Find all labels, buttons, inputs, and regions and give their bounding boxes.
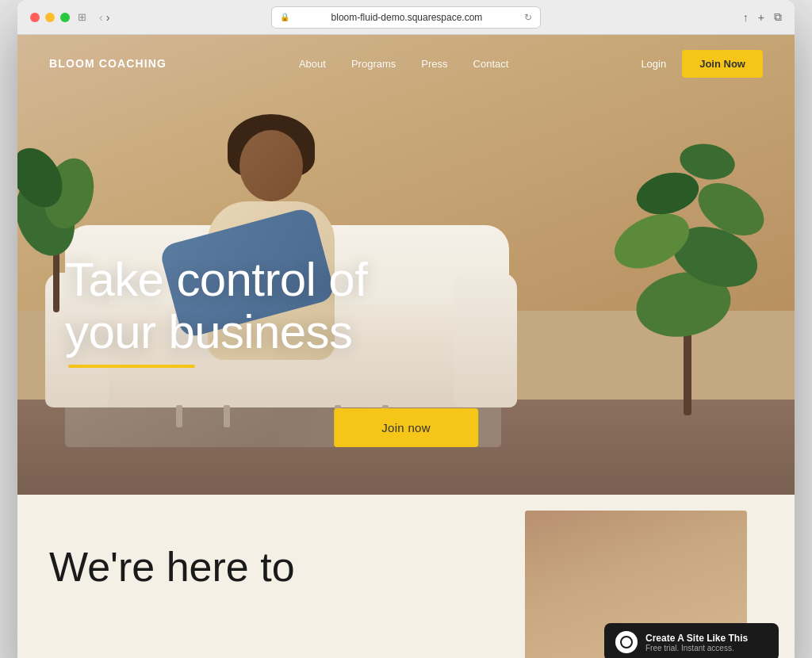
sidebar-toggle-icon[interactable]: ⊞ [78,11,86,23]
squarespace-logo [615,631,638,653]
squarespace-logo-mark [620,636,633,648]
below-hero-section: We're here to Create A Site Like This Fr… [17,495,795,658]
badge-text: Create A Site Like This Free trial. Inst… [645,633,748,652]
person-head [239,130,303,201]
share-icon[interactable]: ↑ [743,11,749,24]
login-link[interactable]: Login [641,58,666,70]
minimize-button[interactable] [45,13,55,22]
window-controls: ⊞ ‹ › [30,11,109,24]
join-now-nav-button[interactable]: Join Now [682,50,763,78]
maximize-button[interactable] [60,13,70,22]
back-arrow: ‹ [99,11,103,24]
new-tab-icon[interactable]: + [758,11,764,24]
hero-section: BLOOM COACHING About Programs Press Cont… [17,35,795,495]
site-nav: BLOOM COACHING About Programs Press Cont… [17,35,795,92]
titlebar-right: ↑ + ⧉ [743,10,782,24]
nav-contact[interactable]: Contact [473,58,509,70]
hero-content: Take control of your business [65,254,367,368]
copy-icon[interactable]: ⧉ [774,10,782,24]
site-content: BLOOM COACHING About Programs Press Cont… [17,35,795,658]
address-bar[interactable]: 🔒 bloom-fluid-demo.squarespace.com ↻ [271,6,541,29]
squarespace-badge[interactable]: Create A Site Like This Free trial. Inst… [604,623,779,658]
hero-headline: Take control of your business [65,254,367,358]
nav-about[interactable]: About [299,58,326,70]
brand-logo[interactable]: BLOOM COACHING [49,57,167,70]
lock-icon: 🔒 [280,13,289,21]
titlebar: ⊞ ‹ › 🔒 bloom-fluid-demo.squarespace.com… [17,0,795,35]
sofa-leg [224,405,230,427]
sofa-leg [176,405,182,427]
mac-window: ⊞ ‹ › 🔒 bloom-fluid-demo.squarespace.com… [17,0,795,658]
nav-arrows: ‹ › [99,11,109,24]
nav-right: Login Join Now [641,50,763,78]
sofa-arm-right [454,273,517,407]
badge-subtitle: Free trial. Instant access. [645,644,748,652]
hero-cta-wrap: Join now [334,408,478,447]
url-text: bloom-fluid-demo.squarespace.com [294,12,519,23]
plant-right [604,82,779,415]
forward-arrow[interactable]: › [106,11,110,24]
nav-links: About Programs Press Contact [299,58,508,70]
close-button[interactable] [30,13,40,22]
badge-title: Create A Site Like This [645,633,748,644]
traffic-lights [30,13,70,22]
join-now-hero-button[interactable]: Join now [334,408,478,447]
nav-programs[interactable]: Programs [351,58,396,70]
hero-underline [68,365,195,368]
hero-line1: Take control of [65,254,367,306]
nav-press[interactable]: Press [421,58,447,70]
hero-line2: your business [65,306,367,358]
reload-icon[interactable]: ↻ [524,12,532,23]
